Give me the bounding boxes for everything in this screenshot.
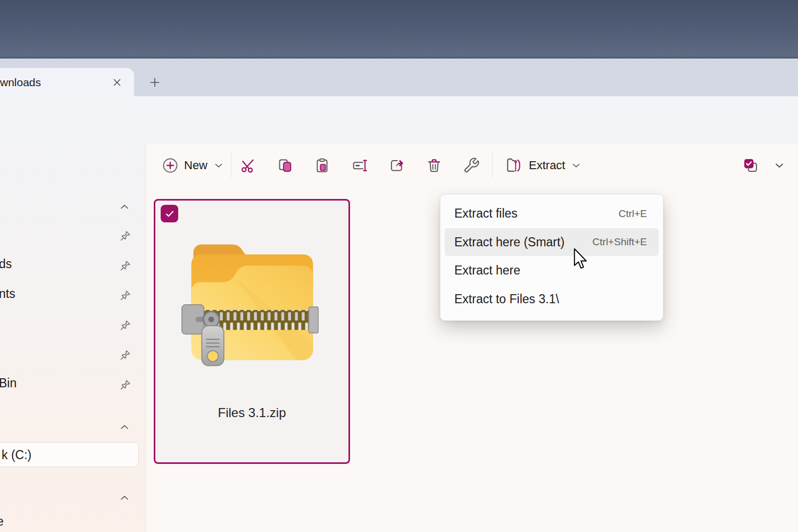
section-collapse-button[interactable] [117,419,132,435]
pin-icon[interactable] [118,377,134,393]
sidebar: ds nts Bin k (C:) e [0,144,146,532]
toolbar-separator [231,153,231,178]
sidebar-item-documents[interactable]: nts [0,287,15,301]
pin-icon[interactable] [118,257,134,273]
plus-circle-icon [162,157,179,174]
zip-folder-thumbnail [168,222,336,374]
copy-icon [277,157,294,174]
sidebar-item-downloads[interactable]: ds [0,257,12,271]
close-icon [111,77,123,88]
drive-label: k (C:) [2,447,31,462]
select-all-icon [742,157,759,174]
navigation-bar: Local Disk (C:) Users Public Downloads [0,96,798,144]
chevron-down-icon [213,160,225,171]
file-item-zip[interactable]: Files 3.1.zip [154,199,350,464]
extract-dropdown-menu: Extract files Ctrl+E Extract here (Smart… [440,194,663,321]
section-collapse-button[interactable] [117,490,132,506]
toolbar: New [146,144,798,187]
tab-close-button[interactable] [107,73,127,92]
rename-icon [351,157,368,174]
files-app-window: wnloads Local Disk (C:) Users Public Dow… [0,0,798,532]
sidebar-item-local-disk-c[interactable]: k (C:) [0,442,139,467]
sidebar-item-recycle-bin[interactable]: Bin [0,376,16,390]
file-name: Files 3.1.zip [155,405,348,420]
tools-button[interactable] [459,153,484,178]
zip-folder-icon [505,156,523,174]
wrench-icon [463,157,480,174]
share-button[interactable] [385,153,409,178]
tab-bar-band [134,59,798,96]
chevron-down-icon [570,160,582,171]
item-checkbox-checked[interactable] [161,205,178,222]
paste-button[interactable] [310,153,335,178]
menu-item-extract-here-smart[interactable]: Extract here (Smart) Ctrl+Shift+E [445,228,659,256]
chevron-down-icon [773,159,786,172]
extract-button[interactable]: Extract [499,152,588,179]
paste-icon [314,157,331,174]
view-options-button[interactable] [769,153,789,178]
shortcut-label: Ctrl+Shift+E [593,236,647,248]
pin-icon[interactable] [118,317,134,333]
delete-button[interactable] [422,153,446,178]
menu-item-extract-to-folder[interactable]: Extract to Files 3.1\ [445,285,659,313]
chevron-up-icon [118,421,131,434]
extract-button-label: Extract [529,159,565,172]
desktop-wallpaper-strip [0,0,798,59]
pin-icon[interactable] [118,347,134,363]
main-content: New [146,144,798,532]
plus-icon [148,76,162,89]
pin-icon[interactable] [118,228,134,244]
check-icon [164,208,176,220]
shortcut-label: Ctrl+E [619,208,647,220]
rename-button[interactable] [347,153,372,178]
sidebar-item-truncated[interactable]: e [0,514,4,529]
pin-icon[interactable] [118,287,134,303]
new-tab-button[interactable] [144,71,166,94]
new-button-label: New [184,159,207,172]
share-icon [388,157,405,174]
copy-button[interactable] [273,153,297,178]
scissors-icon [239,157,256,174]
toolbar-separator [492,153,493,178]
chevron-up-icon [118,201,131,213]
tab-downloads[interactable]: wnloads [0,68,134,96]
trash-icon [426,157,443,174]
multi-select-button[interactable] [738,153,763,178]
chevron-up-icon [118,492,131,504]
menu-item-extract-files[interactable]: Extract files Ctrl+E [445,200,659,228]
section-collapse-button[interactable] [117,199,132,215]
menu-item-extract-here[interactable]: Extract here [445,257,659,285]
toolbar-right-tools [738,153,789,178]
new-button[interactable]: New [155,153,231,178]
cut-button[interactable] [236,153,260,178]
tab-title: wnloads [0,76,41,89]
